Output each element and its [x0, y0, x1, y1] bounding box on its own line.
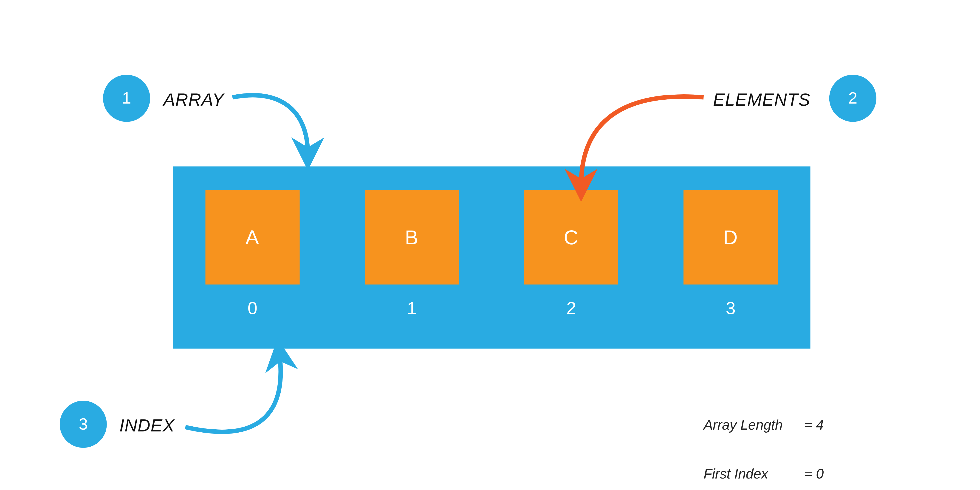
label-index: INDEX — [119, 416, 175, 436]
badge-elements: 2 — [829, 75, 877, 122]
array-cell-value: C — [563, 226, 579, 249]
info-length-val: = 4 — [804, 417, 824, 433]
array-cell-col: B 1 — [358, 190, 465, 318]
array-cell-value: B — [405, 226, 419, 249]
label-elements: ELEMENTS — [713, 90, 810, 110]
array-cell: D — [684, 190, 778, 285]
info-first-val: = 0 — [804, 466, 824, 482]
array-cell: B — [365, 190, 459, 285]
info-length-key: Array Length — [703, 417, 804, 433]
array-cell: C — [524, 190, 618, 285]
array-cell-value: A — [245, 226, 259, 249]
array-cell: A — [205, 190, 299, 285]
arrow-array — [220, 85, 345, 173]
array-cell-col: C 2 — [518, 190, 625, 318]
badge-number: 1 — [122, 89, 131, 108]
array-cell-col: D 3 — [677, 190, 784, 318]
info-block: Array Length = 4 First Index = 0 Last In… — [703, 384, 824, 490]
badge-number: 2 — [848, 89, 858, 108]
badge-number: 3 — [79, 414, 88, 434]
array-index: 0 — [248, 298, 258, 318]
badge-array: 1 — [103, 75, 150, 122]
array-index: 1 — [407, 298, 417, 318]
array-cell-value: D — [723, 226, 738, 249]
badge-index: 3 — [60, 401, 107, 448]
info-first-key: First Index — [703, 466, 804, 482]
label-array: ARRAY — [163, 90, 224, 110]
arrow-elements — [547, 88, 722, 201]
array-cell-col: A 0 — [199, 190, 306, 318]
array-index: 2 — [566, 298, 576, 318]
arrow-index — [173, 342, 336, 449]
array-index: 3 — [726, 298, 736, 318]
